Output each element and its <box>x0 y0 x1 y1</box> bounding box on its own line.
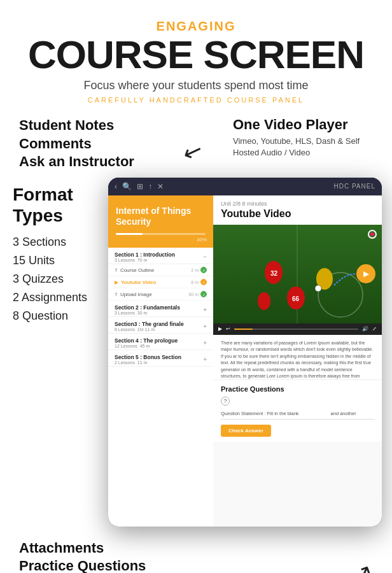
section-2-title: Section 2 : Fundamentals <box>115 304 180 311</box>
section-1-header[interactable]: Section 1 : Introduction 3 Lessons 70 m … <box>108 248 213 264</box>
lesson-name-youtube: Youtube Video <box>121 279 156 285</box>
phone-mockup: ‹ 🔍 ⊞ ↑ ✕ HDC PANEL Internet of Things S… <box>108 178 382 527</box>
stat-units: 15 Units <box>13 254 115 267</box>
feature-right-description: Vimeo, Youtube, HLS, Dash & Self Hosted … <box>233 136 373 159</box>
lesson-youtube-video[interactable]: ▶ Youtube Video 8 m ✓ <box>108 276 213 288</box>
section-1-title: Section 1 : Introduction <box>115 251 175 258</box>
feature-row: Student Notes Comments Ask an Instructor… <box>13 117 379 171</box>
section-1-collapse-icon[interactable]: − <box>203 253 207 260</box>
svg-point-9 <box>258 292 270 310</box>
video-controls: ▶ ↩ 🔊 ⤢ <box>213 323 382 335</box>
bottom-section: Attachments Practice Questions Discussio… <box>13 539 379 573</box>
lesson-upload-image[interactable]: T Upload Image 60 m ✓ <box>108 288 213 301</box>
upload-lesson-icon: T <box>115 292 118 297</box>
lesson-name-outline: Course Outline <box>120 267 154 273</box>
close-icon[interactable]: ✕ <box>157 182 164 191</box>
play-pause-ctrl[interactable]: ▶ <box>218 326 222 332</box>
stat-assignments: 2 Assignments <box>13 291 115 304</box>
course-header: Internet of Things Security 30% <box>108 195 213 248</box>
format-types-title: Format Types <box>13 184 115 227</box>
bottom-features: Attachments Practice Questions Discussio… <box>19 539 149 573</box>
phone-topbar-left: ‹ 🔍 ⊞ ↑ ✕ <box>115 182 164 191</box>
section-2-header[interactable]: Section 2 : Fundamentals 3 Lessons 30 m … <box>108 301 213 317</box>
phone-inner: Internet of Things Security 30% <box>108 195 382 527</box>
page-title: COURSE SCREEN <box>13 34 379 75</box>
section-3-meta: 8 Lessons 1hr 11 m <box>115 327 184 332</box>
section-3-title: Section3 : The grand finale <box>115 321 184 327</box>
section-4-title: Section 4 : The prologue <box>115 337 178 344</box>
section-5-header[interactable]: Section 5 : Bonus Section 2 Lessons 11 m… <box>108 350 213 367</box>
lesson-check-outline: ✓ <box>200 267 207 273</box>
back-icon[interactable]: ‹ <box>115 182 117 191</box>
play-button[interactable]: ▶ <box>356 264 375 283</box>
feature-left-title: Student Notes Comments Ask an Instructor <box>19 117 134 171</box>
video-title: Youtube Video <box>221 208 374 220</box>
record-indicator <box>368 230 377 239</box>
lesson-time-outline: 2 m <box>191 268 199 272</box>
volume-ctrl[interactable]: 🔊 <box>362 326 368 332</box>
stat-questions: 8 Question <box>13 309 115 323</box>
lesson-check-youtube: ✓ <box>200 279 207 285</box>
phone-topbar: ‹ 🔍 ⊞ ↑ ✕ HDC PANEL <box>108 178 382 195</box>
video-player-area[interactable]: 32 66 <box>213 225 382 323</box>
video-progress-fill <box>234 329 253 330</box>
section-1-meta: 3 Lessons 70 m <box>115 258 175 262</box>
left-info-panel: Format Types 3 Sections 15 Units 3 Quizz… <box>13 178 115 527</box>
section-4-expand-icon[interactable]: + <box>203 339 207 346</box>
section-2-meta: 3 Lessons 30 m <box>115 311 180 315</box>
section-3-expand-icon[interactable]: + <box>203 323 207 330</box>
engaging-label: ENGAGING <box>13 19 379 34</box>
lesson-name-upload: Upload Image <box>120 292 152 297</box>
main-content: Format Types 3 Sections 15 Units 3 Quizz… <box>13 178 379 527</box>
rewind-ctrl[interactable]: ↩ <box>226 326 230 332</box>
search-icon[interactable]: 🔍 <box>122 182 132 191</box>
fullscreen-ctrl[interactable]: ⤢ <box>372 326 377 332</box>
video-lesson-icon: ▶ <box>115 279 118 285</box>
lesson-time-upload: 60 m <box>188 292 199 297</box>
section-list: Section 1 : Introduction 3 Lessons 70 m … <box>108 248 213 526</box>
feature-left: Student Notes Comments Ask an Instructor <box>19 117 134 171</box>
section-3-header[interactable]: Section3 : The grand finale 8 Lessons 1h… <box>108 317 213 334</box>
arrow-down-right-icon: ↙ <box>179 136 207 167</box>
check-answer-button[interactable]: Check Answer <box>221 425 271 437</box>
video-progress-line[interactable] <box>234 329 358 330</box>
stat-quizzes: 3 Quizzes <box>13 272 115 286</box>
video-panel-header: Unit 2/8 8 minutes Youtube Video <box>213 195 382 225</box>
video-description: There are many variations of passages of… <box>213 335 382 379</box>
lesson-check-upload: ✓ <box>200 291 207 297</box>
section-4-header[interactable]: Section 4 : The prologue 12 Lessons 45 m… <box>108 334 213 350</box>
brand-label: HDC PANEL <box>334 183 376 190</box>
lesson-course-outline[interactable]: T Course Outline 2 m ✓ <box>108 264 213 276</box>
section-2-expand-icon[interactable]: + <box>203 306 207 313</box>
share-icon[interactable]: ↑ <box>148 182 152 191</box>
bookmark-icon[interactable]: ⊞ <box>137 182 143 191</box>
feature-right-title: One Video Player <box>233 117 373 133</box>
question-statement: Question Statement : Fill in the blank a… <box>221 411 374 420</box>
text-lesson-icon: T <box>115 267 118 273</box>
arrow-up-right-icon: ↗ <box>350 558 377 573</box>
section-5-expand-icon[interactable]: + <box>203 356 207 363</box>
progress-bar <box>116 233 206 235</box>
video-panel: Unit 2/8 8 minutes Youtube Video <box>213 195 382 527</box>
handcrafted-label: CAREFULLY HANDCRAFTED COURSE PANEL <box>13 96 379 104</box>
stat-sections: 3 Sections <box>13 236 115 249</box>
svg-text:66: 66 <box>292 295 300 302</box>
section-4-meta: 12 Lessons 45 m <box>115 344 178 348</box>
course-title: Internet of Things Security <box>116 206 206 227</box>
header-section: ENGAGING COURSE SCREEN Focus where your … <box>13 19 379 104</box>
subtitle: Focus where your students spend most tim… <box>13 79 379 92</box>
feature-right: One Video Player Vimeo, Youtube, HLS, Da… <box>233 117 373 171</box>
phone-frame: ‹ 🔍 ⊞ ↑ ✕ HDC PANEL Internet of Things S… <box>108 178 382 527</box>
course-panel: Internet of Things Security 30% <box>108 195 213 527</box>
bottom-features-title: Attachments Practice Questions Discussio… <box>19 539 149 573</box>
section-5-title: Section 5 : Bonus Section <box>115 354 181 360</box>
page-container: ENGAGING COURSE SCREEN Focus where your … <box>0 0 392 573</box>
svg-text:32: 32 <box>270 270 278 277</box>
svg-point-10 <box>315 285 321 292</box>
progress-label: 30% <box>197 237 207 243</box>
record-dot <box>370 232 374 236</box>
practice-title: Practice Questions <box>221 385 374 393</box>
section-5-meta: 2 Lessons 11 m <box>115 360 181 365</box>
lesson-time-youtube: 8 m <box>191 280 199 285</box>
unit-info: Unit 2/8 8 minutes <box>221 201 374 207</box>
